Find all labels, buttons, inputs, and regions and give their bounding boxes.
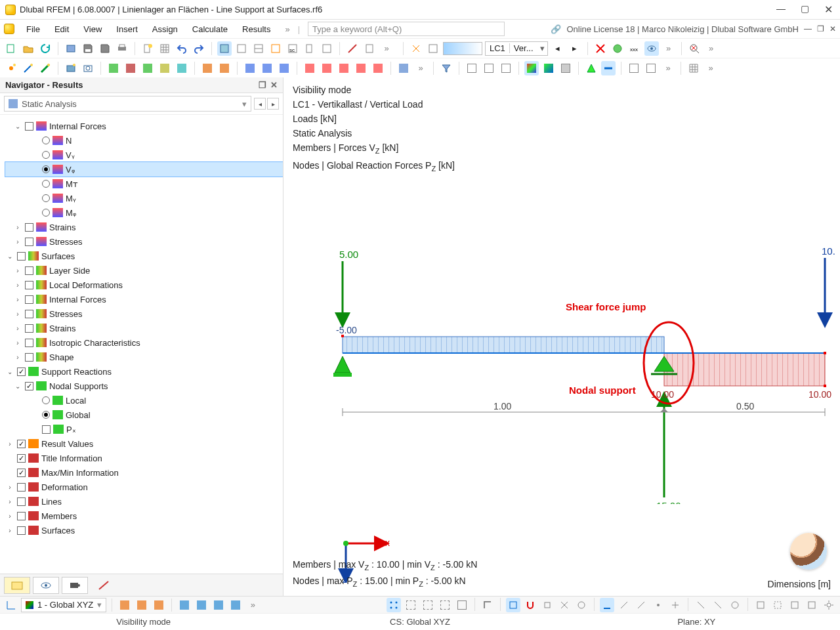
more3-icon[interactable]: » bbox=[704, 41, 719, 56]
tb2-g[interactable] bbox=[217, 61, 232, 75]
panel1-icon[interactable] bbox=[217, 41, 232, 56]
sb-c[interactable] bbox=[152, 598, 166, 612]
analysis-dropdown[interactable]: Static Analysis ▾ bbox=[4, 96, 251, 112]
sb-e[interactable] bbox=[194, 598, 209, 612]
tree-surf-strains[interactable]: ›Strains bbox=[5, 321, 283, 335]
tb2-b[interactable] bbox=[123, 61, 138, 75]
tb2-d[interactable] bbox=[158, 61, 172, 75]
tb2-j[interactable] bbox=[277, 61, 291, 75]
more6-icon[interactable]: » bbox=[704, 61, 718, 75]
sb-d[interactable] bbox=[177, 598, 192, 612]
newdoc-icon[interactable] bbox=[140, 41, 155, 56]
tb2-a[interactable] bbox=[106, 61, 121, 75]
tree-deformation[interactable]: ›Deformation bbox=[5, 480, 283, 494]
render-trans-icon[interactable] bbox=[558, 61, 573, 75]
mdi-close[interactable]: ✕ bbox=[830, 24, 836, 33]
view-a-icon[interactable] bbox=[465, 61, 479, 75]
more7-icon[interactable]: » bbox=[245, 598, 260, 612]
osnap-e[interactable] bbox=[574, 598, 589, 612]
close-button[interactable]: ✕ bbox=[822, 3, 835, 16]
osnap-h[interactable] bbox=[634, 598, 648, 612]
tb2-q[interactable] bbox=[627, 61, 641, 75]
zoom-x-icon[interactable] bbox=[687, 41, 702, 56]
maximize-button[interactable]: ▢ bbox=[798, 3, 811, 16]
tree-isotropic[interactable]: ›Isotropic Characteristics bbox=[5, 335, 283, 350]
tree-nodal-supports[interactable]: ⌄Nodal Supports bbox=[5, 379, 283, 393]
loadcase-selector[interactable]: LC1 Ver... ▾ bbox=[485, 41, 548, 56]
render-solid-icon[interactable] bbox=[524, 61, 539, 75]
more2-icon[interactable]: » bbox=[662, 41, 676, 56]
more5-icon[interactable]: » bbox=[661, 61, 675, 75]
lc-slider[interactable] bbox=[443, 42, 482, 55]
lc-next-icon[interactable]: ▸ bbox=[568, 41, 582, 56]
panel7-icon[interactable] bbox=[320, 41, 334, 56]
analysis-next[interactable]: ▸ bbox=[267, 98, 279, 110]
menu-more[interactable]: » bbox=[278, 22, 296, 36]
avatar-icon[interactable] bbox=[790, 533, 827, 570]
print-icon[interactable] bbox=[115, 41, 129, 56]
lc-icon[interactable] bbox=[409, 41, 423, 56]
tree-global[interactable]: Global bbox=[5, 408, 283, 422]
app-menu-icon[interactable] bbox=[4, 24, 14, 34]
snap-c[interactable] bbox=[438, 598, 452, 612]
tb2-p[interactable] bbox=[396, 61, 411, 75]
osnap-a[interactable] bbox=[506, 598, 520, 612]
tree-members[interactable]: ›Members bbox=[5, 509, 283, 523]
undock-icon[interactable]: ❐ bbox=[259, 80, 266, 90]
tree-shape[interactable]: ›Shape bbox=[5, 350, 283, 364]
panel2-icon[interactable] bbox=[234, 41, 249, 56]
tree-vy[interactable]: Vᵧ bbox=[5, 148, 283, 162]
tb2-k[interactable] bbox=[303, 61, 317, 75]
open-icon[interactable] bbox=[21, 41, 35, 56]
sb-g[interactable] bbox=[228, 598, 243, 612]
sb-cs-icon[interactable] bbox=[4, 598, 18, 612]
save-icon[interactable] bbox=[81, 41, 95, 56]
tree-vz[interactable]: Vᵩ bbox=[5, 162, 283, 177]
tree-local[interactable]: Local bbox=[5, 393, 283, 408]
tb2-c[interactable] bbox=[140, 61, 155, 75]
surface-new-icon[interactable] bbox=[64, 61, 78, 75]
menu-file[interactable]: File bbox=[20, 22, 47, 36]
osnap-c[interactable] bbox=[540, 598, 555, 612]
menu-assign[interactable]: Assign bbox=[146, 22, 184, 36]
osnap-f[interactable] bbox=[600, 598, 614, 612]
osnap-d[interactable] bbox=[557, 598, 572, 612]
sb-b[interactable] bbox=[135, 598, 149, 612]
block-icon[interactable] bbox=[64, 41, 78, 56]
text-icon[interactable]: xxx bbox=[627, 41, 642, 56]
render-wire-icon[interactable] bbox=[541, 61, 556, 75]
globe-icon[interactable] bbox=[610, 41, 625, 56]
osnap-l[interactable] bbox=[711, 598, 725, 612]
tb2-m[interactable] bbox=[337, 61, 351, 75]
snap-grid-icon[interactable] bbox=[387, 598, 401, 612]
tree-mz[interactable]: Mᵩ bbox=[5, 205, 283, 220]
tree-surfaces[interactable]: ⌄Surfaces bbox=[5, 249, 283, 263]
panel5-icon[interactable]: sc bbox=[285, 41, 300, 56]
nav-tab-views[interactable] bbox=[62, 577, 88, 594]
measure-icon[interactable] bbox=[345, 41, 360, 56]
tree-layer-side[interactable]: ›Layer Side bbox=[5, 263, 283, 278]
more1-icon[interactable]: » bbox=[379, 41, 394, 56]
tb2-l[interactable] bbox=[320, 61, 334, 75]
close-panel-icon[interactable]: ✕ bbox=[270, 80, 278, 90]
tree-local-def[interactable]: ›Local Deformations bbox=[5, 278, 283, 292]
view-c-icon[interactable] bbox=[499, 61, 513, 75]
lc-prev-icon[interactable]: ◂ bbox=[551, 41, 565, 56]
calc-icon[interactable] bbox=[362, 41, 377, 56]
support-icon[interactable] bbox=[584, 61, 598, 75]
menu-results[interactable]: Results bbox=[236, 22, 277, 36]
osnap-m[interactable] bbox=[728, 598, 742, 612]
filter-icon[interactable] bbox=[439, 61, 453, 75]
viewport[interactable]: Visibility mode LC1 - Vertikallast / Ver… bbox=[284, 77, 840, 596]
osnap-j[interactable] bbox=[668, 598, 682, 612]
grid-icon[interactable] bbox=[686, 61, 701, 75]
view-b-icon[interactable] bbox=[482, 61, 496, 75]
tb2-i[interactable] bbox=[260, 61, 274, 75]
tree-mt[interactable]: Mᴛ bbox=[5, 177, 283, 191]
more4-icon[interactable]: » bbox=[413, 61, 428, 75]
panel6-icon[interactable] bbox=[303, 41, 317, 56]
sb-f[interactable] bbox=[211, 598, 226, 612]
tree-maxmin[interactable]: Max/Min Information bbox=[5, 465, 283, 480]
line-new-icon[interactable] bbox=[21, 61, 35, 75]
tb2-o[interactable] bbox=[371, 61, 385, 75]
